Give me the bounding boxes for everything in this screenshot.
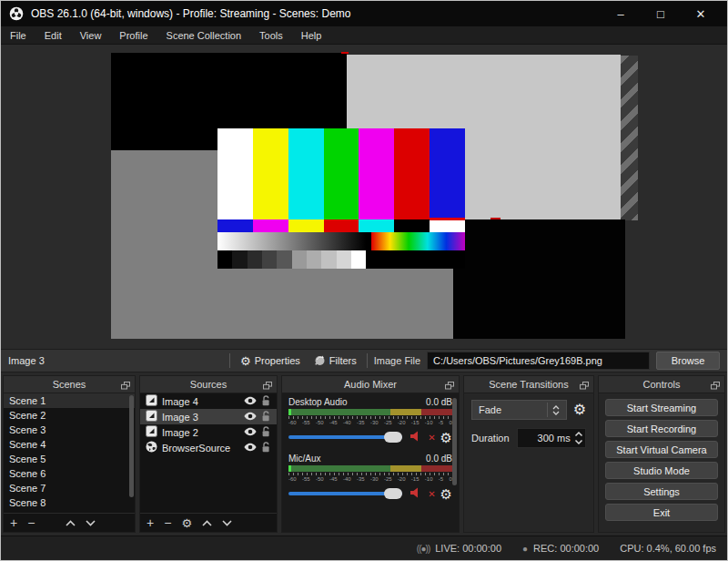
properties-label: Properties: [255, 355, 300, 366]
lock-icon[interactable]: [261, 426, 271, 439]
scene-list-item[interactable]: Scene 6: [4, 466, 135, 481]
live-broadcast-icon: ((●)): [417, 544, 430, 554]
minimize-button[interactable]: –: [607, 4, 634, 24]
channel-db-value: 0.0 dB: [426, 397, 452, 407]
dock-options-icon[interactable]: [580, 381, 589, 392]
test-pattern-gradient-ramp: [217, 232, 465, 250]
menu-view[interactable]: View: [71, 26, 111, 44]
mixer-scrollbar[interactable]: [452, 398, 457, 485]
close-button[interactable]: ✕: [687, 4, 714, 24]
visibility-eye-icon[interactable]: [244, 396, 257, 407]
remove-source-button[interactable]: −: [164, 516, 171, 529]
window-title: OBS 26.1.0 (64-bit, windows) - Profile: …: [31, 7, 607, 20]
menu-tools[interactable]: Tools: [250, 26, 292, 44]
lock-icon[interactable]: [261, 411, 271, 423]
transition-select[interactable]: Fade: [471, 400, 567, 420]
start-virtual-camera-button[interactable]: Start Virtual Camera: [605, 441, 718, 458]
meter-tickmarks: [288, 473, 452, 475]
source-striped-edge: [621, 56, 638, 220]
settings-button[interactable]: Settings: [605, 483, 718, 500]
mute-speaker-icon[interactable]: [410, 429, 423, 445]
browse-button[interactable]: Browse: [656, 352, 720, 370]
source-list-item[interactable]: Image 3: [140, 409, 277, 424]
audio-mixer-title: Audio Mixer: [344, 379, 397, 390]
lock-icon[interactable]: [261, 442, 271, 454]
sources-list: Image 4 Image 3 Image 2: [140, 393, 277, 513]
image-file-label: Image File: [374, 355, 420, 366]
sources-title: Sources: [190, 379, 227, 390]
scene-transitions-body: Fade ⚙ Duration 300 ms: [464, 393, 593, 532]
toolbar-separator: [367, 353, 368, 368]
channel-gear-icon[interactable]: ⚙: [440, 487, 452, 501]
visibility-eye-icon[interactable]: [244, 412, 257, 423]
rec-time: REC: 00:00:00: [533, 543, 599, 554]
selection-outline-fragment-bottom: [490, 218, 500, 219]
duration-spinbox[interactable]: 300 ms: [517, 428, 586, 448]
audio-mixer-header: Audio Mixer: [282, 376, 459, 393]
controls-header: Controls: [599, 376, 724, 393]
move-source-down-button[interactable]: [222, 520, 232, 526]
scene-list-item[interactable]: Scene 1: [4, 393, 135, 408]
studio-mode-button[interactable]: Studio Mode: [605, 462, 718, 479]
filters-button[interactable]: Filters: [310, 352, 360, 370]
source-list-item[interactable]: BrowserSource: [140, 440, 277, 455]
visibility-eye-icon[interactable]: [244, 427, 257, 438]
gear-icon: ⚙: [240, 355, 251, 367]
cpu-fps-stats: CPU: 0.4%, 60.00 fps: [620, 543, 716, 554]
scene-list-item[interactable]: Scene 5: [4, 452, 135, 466]
remove-scene-button[interactable]: −: [27, 516, 35, 529]
menu-file[interactable]: File: [1, 26, 35, 44]
source-properties-gear-icon[interactable]: ⚙: [181, 517, 192, 529]
image-file-input[interactable]: [427, 352, 650, 370]
dock-panels: Scenes Scene 1 Scene 2 Scene 3 Scene 4 S…: [1, 372, 727, 536]
volume-meter: [288, 465, 452, 472]
menu-edit[interactable]: Edit: [35, 26, 71, 44]
spinbox-arrows-icon[interactable]: [574, 430, 583, 446]
scene-list-item[interactable]: Scene 3: [4, 423, 135, 437]
scene-list-item[interactable]: Scene 2: [4, 408, 135, 423]
menu-profile[interactable]: Profile: [110, 26, 157, 44]
menu-help[interactable]: Help: [292, 26, 331, 44]
browser-source-icon: [146, 441, 157, 454]
source-list-item[interactable]: Image 2: [140, 424, 277, 440]
dock-options-icon[interactable]: [445, 381, 454, 392]
test-pattern-castellations: [217, 219, 465, 232]
start-streaming-button[interactable]: Start Streaming: [605, 399, 718, 416]
visibility-eye-icon[interactable]: [244, 443, 257, 454]
meter-scale-labels: -60-55-50-45-40-35-30-25-20-15-10-50: [288, 420, 452, 425]
mute-speaker-icon[interactable]: [410, 485, 423, 502]
channel-gear-icon[interactable]: ⚙: [440, 431, 452, 444]
scene-transitions-panel: Scene Transitions Fade ⚙: [463, 375, 594, 533]
exit-button[interactable]: Exit: [605, 504, 718, 521]
source-black-rect-bottom-right[interactable]: [453, 219, 625, 339]
scene-list-item[interactable]: Scene 4: [4, 437, 135, 452]
dock-options-icon[interactable]: [263, 381, 272, 392]
start-recording-button[interactable]: Start Recording: [605, 420, 718, 437]
test-pattern-step-wedge: [217, 250, 465, 269]
dock-options-icon[interactable]: [711, 381, 720, 392]
audio-mixer-body: Desktop Audio 0.0 dB -60-55-50-45-40-35-…: [282, 393, 459, 532]
source-test-pattern[interactable]: [217, 128, 465, 269]
maximize-button[interactable]: □: [647, 4, 674, 24]
scene-list-item[interactable]: Scene 7: [4, 481, 135, 495]
menu-scene-collection[interactable]: Scene Collection: [157, 26, 251, 44]
transition-gear-icon[interactable]: ⚙: [573, 403, 586, 417]
move-scene-down-button[interactable]: [86, 520, 96, 526]
sources-header: Sources: [140, 376, 277, 393]
properties-button[interactable]: ⚙ Properties: [237, 353, 304, 369]
volume-slider-handle[interactable]: [384, 432, 402, 443]
dock-options-icon[interactable]: [121, 381, 130, 392]
lock-icon[interactable]: [261, 395, 271, 408]
preview-canvas[interactable]: [1, 45, 727, 349]
volume-slider[interactable]: [288, 435, 402, 439]
volume-slider-handle[interactable]: [384, 488, 402, 499]
move-source-up-button[interactable]: [202, 520, 212, 526]
image-source-icon: [146, 425, 157, 439]
add-scene-button[interactable]: +: [10, 516, 17, 529]
volume-slider[interactable]: [288, 492, 402, 495]
scene-list-item[interactable]: Scene 8: [4, 495, 135, 510]
move-scene-up-button[interactable]: [66, 520, 76, 526]
scenes-scrollbar[interactable]: [129, 395, 134, 497]
source-list-item[interactable]: Image 4: [140, 393, 277, 409]
add-source-button[interactable]: +: [147, 516, 154, 529]
